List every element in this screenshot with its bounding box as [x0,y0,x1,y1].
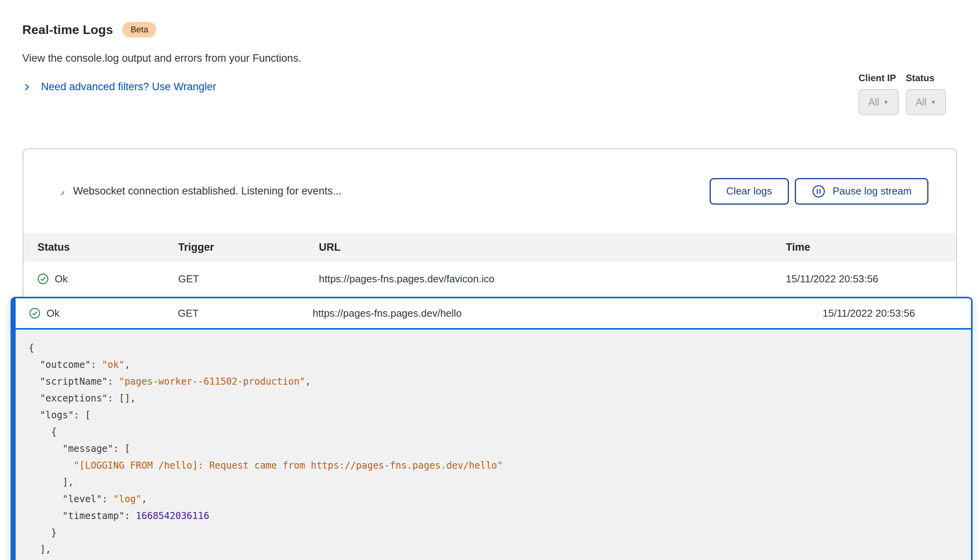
status-filter-group: Status All ▼ [906,73,946,115]
json-line: "message": [ [29,441,971,457]
clear-logs-label: Clear logs [726,185,772,197]
page-title: Real-time Logs [22,23,113,37]
status-text: Ok [55,273,68,285]
filters: Client IP All ▼ Status All ▼ [858,73,946,115]
page-subtitle: View the console.log output and errors f… [22,52,301,64]
json-line: "scriptName": "pages-worker--611502-prod… [29,373,971,390]
trigger-cell: GET [178,307,313,319]
status-filter-label: Status [906,73,946,84]
status-text: Ok [46,307,59,319]
pause-log-stream-label: Pause log stream [833,185,912,197]
json-line: "level": "log", [29,491,971,508]
status-filter-dropdown[interactable]: All ▼ [906,89,946,115]
wrangler-link-row[interactable]: Need advanced filters? Use Wrangler [22,81,301,93]
column-header-status: Status [38,241,178,253]
json-view: { "outcome": "ok", "scriptName": "pages-… [16,330,971,558]
url-cell: https://pages-fns.pages.dev/favicon.ico [319,273,786,285]
json-line: { [29,340,971,357]
json-line: "timestamp": 1668542036116 [29,508,971,524]
pause-icon [812,184,826,198]
trigger-cell: GET [178,273,319,285]
chevron-down-icon: ▼ [883,99,889,105]
status-cell: Ok [38,273,178,285]
chevron-down-icon: ▼ [930,99,936,105]
time-cell: 15/11/2022 20:53:56 [823,307,957,319]
spinner-icon [55,185,66,196]
url-cell: https://pages-fns.pages.dev/hello [313,307,823,319]
websocket-status: Websocket connection established. Listen… [57,185,342,197]
json-line: "exceptions": [], [29,390,971,407]
beta-badge: Beta [122,22,156,37]
expanded-log-entry: Ok GET https://pages-fns.pages.dev/hello… [11,297,973,560]
json-line: } [29,524,971,541]
client-ip-filter-dropdown[interactable]: All ▼ [858,89,899,115]
client-ip-filter-value: All [868,96,879,108]
check-circle-icon [29,308,40,319]
panel-toolbar: Websocket connection established. Listen… [23,149,956,233]
json-line: "[LOGGING FROM /hello]: Request came fro… [29,457,971,474]
json-line: "outcome": "ok", [29,357,971,373]
page-header: Real-time Logs Beta View the console.log… [22,22,301,93]
log-table-row-selected[interactable]: Ok GET https://pages-fns.pages.dev/hello… [16,298,971,330]
json-line: ], [29,474,971,491]
time-cell: 15/11/2022 20:53:56 [786,273,942,285]
clear-logs-button[interactable]: Clear logs [710,178,789,205]
status-filter-value: All [916,96,926,108]
client-ip-filter-label: Client IP [858,73,899,84]
column-header-trigger: Trigger [178,241,319,253]
table-header: Status Trigger URL Time [23,233,956,262]
json-line: ], [29,541,971,558]
column-header-url: URL [319,241,786,253]
check-circle-icon [38,273,48,284]
status-cell: Ok [29,307,178,319]
pause-log-stream-button[interactable]: Pause log stream [795,178,928,205]
chevron-right-icon [22,83,31,91]
client-ip-filter-group: Client IP All ▼ [858,73,899,115]
wrangler-link[interactable]: Need advanced filters? Use Wrangler [41,81,216,93]
websocket-status-text: Websocket connection established. Listen… [73,185,342,197]
log-table-row[interactable]: Ok GET https://pages-fns.pages.dev/favic… [23,262,956,296]
json-line: { [29,424,971,441]
json-line: "logs": [ [29,407,971,424]
column-header-time: Time [786,241,942,253]
